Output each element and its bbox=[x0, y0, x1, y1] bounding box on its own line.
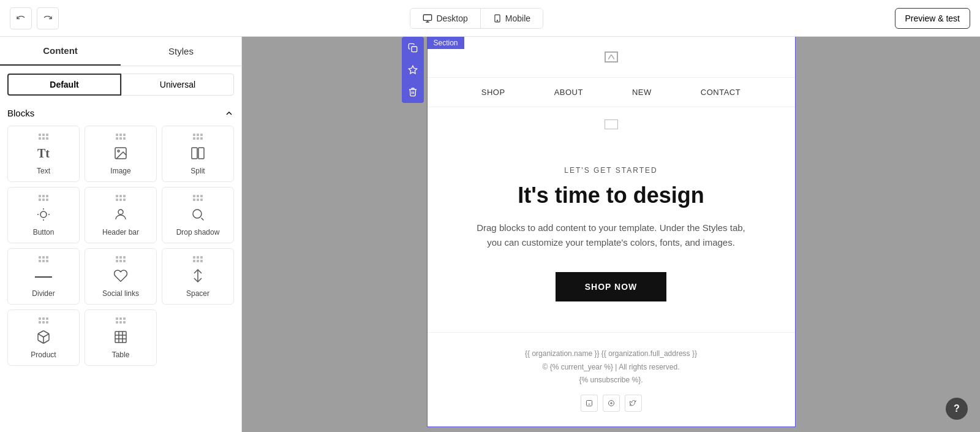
type-toggle: Default Universal bbox=[7, 74, 234, 96]
top-bar: Desktop Mobile Preview & test bbox=[0, 0, 980, 37]
product-block-icon bbox=[35, 328, 52, 346]
canvas-area: Section SHOP ABOUT NEW CONTACT bbox=[242, 37, 980, 432]
email-footer: {{ organization.name }} {{ organization.… bbox=[428, 332, 795, 426]
block-divider-label: Divider bbox=[32, 289, 55, 298]
svg-point-13 bbox=[193, 210, 202, 218]
block-dropshadow[interactable]: Drop shadow bbox=[162, 187, 234, 243]
drag-handle bbox=[193, 134, 203, 140]
svg-rect-21 bbox=[412, 47, 417, 52]
drag-handle bbox=[39, 317, 48, 324]
email-hero: LET'S GET STARTED It's time to design Dr… bbox=[428, 129, 795, 332]
block-table-label: Table bbox=[112, 351, 130, 359]
email-header bbox=[428, 37, 795, 78]
blocks-grid: Tt Text Image bbox=[7, 126, 234, 373]
drag-handle bbox=[116, 195, 126, 201]
hero-subtitle: LET'S GET STARTED bbox=[452, 166, 771, 175]
svg-point-12 bbox=[118, 210, 123, 214]
nav-shop: SHOP bbox=[481, 88, 505, 97]
block-headerbar-label: Header bar bbox=[102, 228, 139, 237]
block-spacer-label: Spacer bbox=[186, 289, 209, 298]
footer-icon-2[interactable] bbox=[603, 395, 620, 412]
block-image-label: Image bbox=[110, 167, 130, 175]
footer-icon-3[interactable] bbox=[625, 395, 642, 412]
drag-handle bbox=[116, 256, 126, 262]
redo-button[interactable] bbox=[37, 7, 59, 29]
blocks-header: Blocks bbox=[7, 103, 234, 126]
hero-body: Drag blocks to add content to your templ… bbox=[473, 221, 749, 250]
tab-content[interactable]: Content bbox=[0, 37, 121, 66]
image-block-icon bbox=[112, 145, 129, 162]
svg-point-4 bbox=[118, 150, 119, 152]
hero-title: It's time to design bbox=[452, 182, 771, 208]
table-block-icon bbox=[112, 328, 129, 346]
nav-new: NEW bbox=[632, 88, 652, 97]
block-spacer[interactable]: Spacer bbox=[162, 248, 234, 305]
svg-rect-6 bbox=[198, 148, 204, 159]
block-sociallinks-label: Social links bbox=[102, 289, 139, 298]
footer-icon-1[interactable] bbox=[581, 395, 598, 412]
text-block-icon: Tt bbox=[35, 145, 52, 162]
drag-handle bbox=[193, 256, 203, 262]
email-nav: SHOP ABOUT NEW CONTACT bbox=[428, 78, 795, 107]
nav-contact: CONTACT bbox=[701, 88, 741, 97]
headerbar-block-icon bbox=[112, 206, 129, 223]
delete-section-button[interactable] bbox=[402, 81, 424, 103]
mobile-view-button[interactable]: Mobile bbox=[481, 9, 543, 28]
shop-now-button[interactable]: SHOP NOW bbox=[556, 272, 667, 301]
block-sociallinks[interactable]: Social links bbox=[85, 248, 157, 305]
drag-handle bbox=[39, 134, 48, 140]
left-panel: Content Styles Default Universal Blocks … bbox=[0, 37, 242, 432]
type-default-button[interactable]: Default bbox=[7, 74, 121, 96]
block-dropshadow-label: Drop shadow bbox=[176, 228, 220, 237]
block-button[interactable]: Button bbox=[7, 187, 80, 243]
footer-text: {{ organization.name }} {{ organization.… bbox=[442, 347, 780, 387]
panel-tabs: Content Styles bbox=[0, 37, 241, 66]
main-layout: Content Styles Default Universal Blocks … bbox=[0, 37, 980, 432]
dropshadow-block-icon bbox=[189, 206, 206, 223]
toolbar-left bbox=[10, 7, 59, 29]
copy-section-button[interactable] bbox=[402, 37, 424, 59]
block-split[interactable]: Split bbox=[162, 126, 234, 182]
svg-rect-23 bbox=[586, 400, 592, 406]
drag-handle bbox=[116, 134, 126, 140]
svg-point-2 bbox=[497, 20, 497, 20]
type-universal-button[interactable]: Universal bbox=[121, 74, 234, 96]
email-logo bbox=[605, 51, 618, 63]
blocks-section: Blocks Tt Text bbox=[0, 103, 241, 432]
drag-handle bbox=[193, 195, 203, 201]
block-divider[interactable]: — Divider bbox=[7, 248, 80, 305]
block-split-label: Split bbox=[190, 167, 205, 175]
block-table[interactable]: Table bbox=[85, 309, 157, 366]
split-block-icon bbox=[189, 145, 206, 162]
drag-handle bbox=[39, 256, 48, 262]
block-text[interactable]: Tt Text bbox=[7, 126, 80, 182]
svg-rect-0 bbox=[424, 15, 432, 20]
nav-about: ABOUT bbox=[554, 88, 583, 97]
section-label: Section bbox=[428, 37, 464, 49]
small-image-area bbox=[428, 107, 795, 129]
block-product-label: Product bbox=[31, 351, 56, 359]
spacer-block-icon bbox=[189, 267, 206, 284]
block-text-label: Text bbox=[37, 167, 50, 175]
svg-marker-22 bbox=[409, 66, 417, 74]
favorite-section-button[interactable] bbox=[402, 59, 424, 81]
help-button[interactable]: ? bbox=[946, 398, 968, 420]
divider-block-icon: — bbox=[35, 267, 52, 284]
svg-rect-5 bbox=[192, 148, 197, 159]
sociallinks-block-icon bbox=[112, 267, 129, 284]
block-product[interactable]: Product bbox=[7, 309, 80, 366]
desktop-view-button[interactable]: Desktop bbox=[410, 9, 480, 28]
tab-styles[interactable]: Styles bbox=[121, 37, 241, 66]
block-image[interactable]: Image bbox=[85, 126, 157, 182]
svg-point-7 bbox=[40, 211, 47, 218]
block-headerbar[interactable]: Header bar bbox=[85, 187, 157, 243]
undo-button[interactable] bbox=[10, 7, 32, 29]
view-toggle-group: Desktop Mobile bbox=[410, 8, 543, 29]
drag-handle bbox=[116, 317, 126, 324]
block-button-label: Button bbox=[33, 228, 55, 237]
collapse-icon[interactable] bbox=[224, 108, 234, 118]
footer-icons bbox=[442, 395, 780, 412]
svg-rect-16 bbox=[115, 332, 126, 343]
drag-handle bbox=[39, 195, 48, 201]
preview-test-button[interactable]: Preview & test bbox=[895, 8, 970, 29]
